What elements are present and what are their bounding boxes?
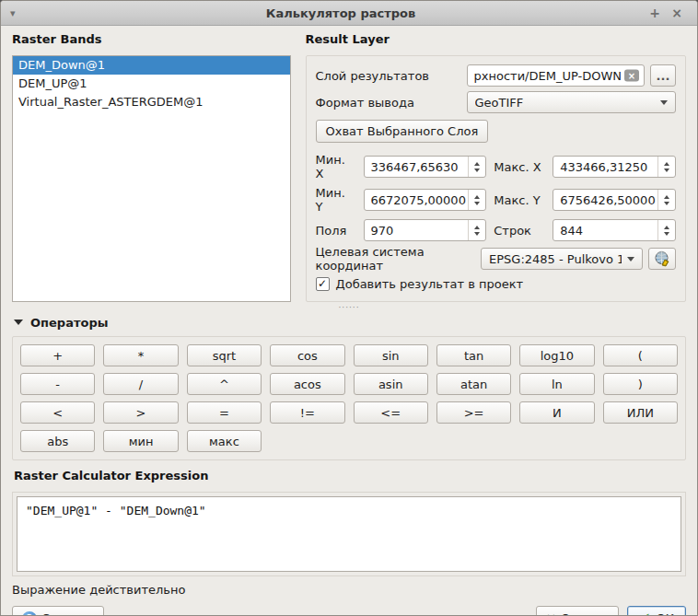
operator-button-log10[interactable]: log10 <box>519 344 594 366</box>
operator-button-divide[interactable]: / <box>103 373 178 395</box>
output-format-value: GeoTIFF <box>475 96 655 110</box>
output-format-select[interactable]: GeoTIFF <box>467 91 676 113</box>
operator-button-minus[interactable]: - <box>20 373 95 395</box>
spin-up-icon[interactable] <box>664 195 669 199</box>
spin-down-icon[interactable] <box>474 169 480 172</box>
titlebar[interactable]: ▾ Калькулятор растров + × <box>1 1 697 26</box>
ok-button-label: ОК <box>656 611 673 616</box>
spinner-arrows[interactable] <box>657 157 675 177</box>
operator-button-close-paren[interactable]: ) <box>603 373 678 395</box>
operator-button-greater[interactable]: > <box>103 401 178 424</box>
list-item[interactable]: DEM_Down@1 <box>13 56 290 75</box>
operators-frame: + * sqrt cos sin tan log10 ( - / ^ acos … <box>12 336 686 460</box>
operator-button-max[interactable]: макс <box>187 430 262 452</box>
operator-button-abs[interactable]: abs <box>20 430 95 452</box>
globe-edit-icon <box>654 250 670 267</box>
max-y-spinbox[interactable]: 6756426,50000 <box>553 189 676 211</box>
top-area: Raster Bands DEM_Down@1 DEM_UP@1 Virtual… <box>12 32 686 302</box>
ok-check-icon: ✓ <box>639 611 651 616</box>
cancel-button[interactable]: ✕ Отмена <box>536 606 619 616</box>
expression-title: Raster Calculator Expression <box>14 469 686 487</box>
operator-button-atan[interactable]: atan <box>436 373 511 395</box>
cancel-button-label: Отмена <box>561 611 609 616</box>
operator-button-greater-equal[interactable]: >= <box>436 401 511 424</box>
operator-button-open-paren[interactable]: ( <box>603 344 678 366</box>
footer: ? Справка ✕ Отмена ✓ ОК <box>12 606 686 616</box>
output-layer-value: рхности/DEM_UP-DOWN <box>474 69 622 83</box>
spin-down-icon[interactable] <box>664 202 669 205</box>
window-shade-icon[interactable]: ▾ <box>10 7 38 19</box>
operator-button-and[interactable]: И <box>519 401 594 424</box>
list-item[interactable]: DEM_UP@1 <box>13 75 290 93</box>
splitter-handle[interactable]: ······ <box>12 302 686 312</box>
operator-button-or[interactable]: ИЛИ <box>603 401 678 424</box>
operators-group-header[interactable]: Операторы <box>14 313 686 331</box>
spin-down-icon[interactable] <box>664 232 669 236</box>
spin-down-icon[interactable] <box>664 169 669 172</box>
operator-button-acos[interactable]: acos <box>270 373 344 395</box>
crs-selector-button[interactable] <box>648 248 676 270</box>
min-y-spinbox[interactable]: 6672075,00000 <box>364 189 487 211</box>
spin-up-icon[interactable] <box>474 195 480 199</box>
output-layer-input[interactable]: рхности/DEM_UP-DOWN × <box>467 64 645 87</box>
operator-button-tan[interactable]: tan <box>436 344 511 366</box>
expression-frame: "DEM_UP@1" - "DEM_Down@1" <box>12 492 686 576</box>
spinner-arrows[interactable] <box>468 220 485 240</box>
operator-button-power[interactable]: ^ <box>187 373 262 395</box>
spinner-arrows[interactable] <box>468 190 485 210</box>
list-item[interactable]: Virtual_Raster_ASTERGDEM@1 <box>13 93 290 111</box>
operator-button-sin[interactable]: sin <box>354 344 428 366</box>
add-to-project-row[interactable]: ✓ Добавить результат в проект <box>316 274 676 293</box>
maximize-icon[interactable]: + <box>644 6 666 20</box>
spin-up-icon[interactable] <box>474 162 480 166</box>
rows-value: 844 <box>560 224 657 238</box>
spinner-arrows[interactable] <box>468 157 485 177</box>
spinner-arrows[interactable] <box>657 220 675 240</box>
raster-bands-list[interactable]: DEM_Down@1 DEM_UP@1 Virtual_Raster_ASTER… <box>12 55 291 302</box>
operator-button-equal[interactable]: = <box>187 401 262 424</box>
chevron-down-icon <box>627 257 634 262</box>
spin-up-icon[interactable] <box>664 162 669 166</box>
min-x-spinbox[interactable]: 336467,65630 <box>364 156 487 178</box>
browse-button[interactable]: ... <box>650 64 676 87</box>
window-title: Калькулятор растров <box>38 6 644 20</box>
operator-button-cos[interactable]: cos <box>270 344 344 366</box>
spinner-arrows[interactable] <box>657 190 675 210</box>
expression-status: Выражение действительно <box>12 583 686 599</box>
result-layer-frame: Слой результатов рхности/DEM_UP-DOWN × .… <box>306 55 686 302</box>
crs-select[interactable]: EPSG:2485 - Pulkovo 1995 <box>481 248 643 270</box>
operator-button-sqrt[interactable]: sqrt <box>187 344 262 366</box>
add-to-project-label: Добавить результат в проект <box>336 277 524 291</box>
output-format-row: Формат вывода GeoTIFF <box>316 91 676 113</box>
crs-label: Целевая система координат <box>316 245 475 273</box>
operator-button-less-equal[interactable]: <= <box>354 401 428 424</box>
extent-grid: Мин. X 336467,65630 Макс. X 433466,31250… <box>316 153 676 241</box>
add-to-project-checkbox[interactable]: ✓ <box>316 277 330 291</box>
operator-button-not-equal[interactable]: != <box>270 401 344 424</box>
spin-up-icon[interactable] <box>664 226 669 229</box>
operator-button-asin[interactable]: asin <box>354 373 428 395</box>
expression-textarea[interactable]: "DEM_UP@1" - "DEM_Down@1" <box>17 496 681 572</box>
spin-up-icon[interactable] <box>474 226 480 229</box>
cancel-icon: ✕ <box>546 611 556 616</box>
collapse-triangle-icon[interactable] <box>14 320 23 325</box>
current-layer-extent-button[interactable]: Охват Выбранного Слоя <box>316 120 489 143</box>
operator-button-min[interactable]: мин <box>103 430 178 452</box>
close-icon[interactable]: × <box>666 6 688 20</box>
operator-button-less[interactable]: < <box>20 401 95 424</box>
operator-button-multiply[interactable]: * <box>103 344 178 366</box>
rows-spinbox[interactable]: 844 <box>553 219 676 241</box>
max-x-spinbox[interactable]: 433466,31250 <box>553 156 676 178</box>
ok-button[interactable]: ✓ ОК <box>627 606 686 616</box>
rows-label: Строк <box>494 224 545 238</box>
min-y-label: Мин. Y <box>316 186 356 214</box>
max-y-label: Макс. Y <box>494 193 545 207</box>
operator-button-plus[interactable]: + <box>20 344 95 366</box>
operator-button-ln[interactable]: ln <box>519 373 594 395</box>
spin-down-icon[interactable] <box>474 202 480 205</box>
clear-text-icon[interactable]: × <box>624 70 639 82</box>
columns-spinbox[interactable]: 970 <box>364 219 487 241</box>
spin-down-icon[interactable] <box>474 232 480 236</box>
help-button[interactable]: ? Справка <box>12 606 104 616</box>
max-y-value: 6756426,50000 <box>560 193 657 207</box>
